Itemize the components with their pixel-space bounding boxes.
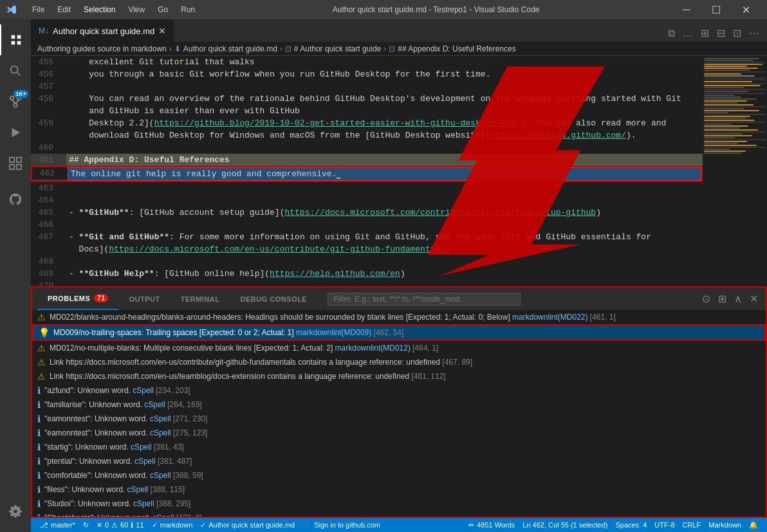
maximize-button[interactable]: ☐	[701, 0, 731, 19]
info-icon: ℹ	[37, 513, 41, 517]
panel-filter-area	[317, 293, 699, 306]
filter-icon[interactable]: ⊙	[699, 290, 713, 307]
list-item[interactable]: ℹ "eamonntest": Unknown word. cSpell [27…	[32, 412, 766, 426]
list-item[interactable]: ⚠ MD012/no-multiple-blanks: Multiple con…	[32, 341, 766, 355]
line-ending-item[interactable]: CRLF	[679, 518, 705, 532]
notifications-item[interactable]: 🔔	[745, 518, 762, 532]
spaces-item[interactable]: Spaces: 4	[611, 518, 651, 532]
list-item[interactable]: ℹ "startig": Unknown word. cSpell [381, …	[32, 440, 766, 454]
vscode-logo-icon	[6, 5, 17, 15]
editor-tab-main[interactable]: M↓ Author quick start guide.md ✕	[31, 19, 174, 42]
editor-content: 455 excellent Git tutorial that walks 45…	[31, 56, 767, 286]
panel-content[interactable]: ⚠ MD022/blanks-around-headings/blanks-ar…	[32, 310, 766, 517]
list-item[interactable]: ℹ "Cheatsheets": Unknown word. cSpell [4…	[32, 511, 766, 517]
menu-view[interactable]: View	[123, 4, 150, 15]
minimap-content	[703, 56, 767, 155]
panel-collapse-icon[interactable]: ∧	[732, 290, 744, 307]
encoding-item[interactable]: UTF-8	[651, 518, 678, 532]
menu-edit[interactable]: Edit	[52, 4, 76, 15]
svg-rect-15	[17, 165, 21, 169]
table-row: 459 Desktop 2.2](https://github.blog/201…	[31, 117, 703, 129]
git-branch-item[interactable]: ⎇ master*	[36, 518, 79, 532]
language-status-item[interactable]: ✓ markdown	[148, 518, 197, 532]
panel-maximize-icon[interactable]: ⊞	[716, 290, 729, 307]
close-button[interactable]: ✕	[731, 0, 761, 19]
tab-bar: M↓ Author quick start guide.md ✕ ⧉ … ⊞ ⊟…	[31, 19, 767, 42]
list-item[interactable]: ⚠ Link https://docs.microsoft.com/en-us/…	[32, 355, 766, 369]
word-count-item[interactable]: ✏ 4851 Words	[465, 518, 519, 532]
table-row: 466	[31, 219, 703, 231]
panel-tab-debug-console[interactable]: DEBUG CONSOLE	[230, 288, 318, 310]
list-item[interactable]: ℹ "familiarise": Unknown word. cSpell [2…	[32, 398, 766, 412]
list-item[interactable]: ℹ "comfortable": Unknown word. cSpell [3…	[32, 468, 766, 482]
panel-tab-terminal[interactable]: TERMINAL	[171, 288, 230, 310]
cursor-position-item[interactable]: Ln 462, Col 55 (1 selected)	[519, 518, 611, 532]
warning-icon: ⚠	[37, 357, 46, 367]
split-editor-icon[interactable]: ⧉	[665, 25, 678, 42]
panel-tab-label-terminal: TERMINAL	[181, 295, 220, 303]
tab-actions: ⧉ … ⊞ ⊟ ⊡ ⋯	[665, 24, 767, 42]
more-icon[interactable]: ⋯	[746, 24, 762, 42]
breadcrumb-part-1[interactable]: Authoring guides source in markdown	[37, 44, 167, 53]
panel-icon[interactable]: ⊡	[730, 24, 744, 42]
breadcrumb-part-2[interactable]: Author quick start guide.md	[183, 44, 277, 53]
language-file-item[interactable]: ✓ Author quick start guide.md	[196, 518, 299, 532]
warning-icon: ⚠	[37, 312, 46, 322]
panel-tab-label-output: OUTPUT	[129, 295, 160, 303]
list-item[interactable]: ⚠ MD022/blanks-around-headings/blanks-ar…	[32, 310, 766, 324]
list-item[interactable]: ℹ "eamonntest": Unknown word. cSpell [27…	[32, 426, 766, 440]
language-mode-item[interactable]: Markdown	[705, 518, 745, 532]
table-row: and GitHub is easier than ever with GitH…	[31, 105, 703, 117]
menu-go[interactable]: Go	[152, 4, 173, 15]
sidebar-item-github[interactable]	[0, 184, 31, 215]
list-item[interactable]: ℹ "filess": Unknown word. cSpell [388, 1…	[32, 482, 766, 497]
menu-selection[interactable]: Selection	[79, 4, 120, 15]
code-lines: 455 excellent Git tutorial that walks 45…	[31, 56, 703, 286]
tab-file-icon: M↓	[39, 26, 49, 35]
table-row: 458 You can read an overview of the rati…	[31, 93, 703, 105]
table-row: 469 - **GitHub Help**: [GitHub online he…	[31, 268, 703, 280]
status-bar: ⎇ master* ↻ ✕ 0 ⚠ 60 ℹ 11 ✓ markdown ✓ A…	[31, 518, 767, 532]
more-actions-icon[interactable]: …	[680, 25, 696, 42]
code-editor[interactable]: 455 excellent Git tutorial that walks 45…	[31, 56, 703, 286]
title-bar-left: File Edit Selection View Go Run	[6, 4, 200, 15]
breadcrumb-icon-2: ⊡	[285, 44, 291, 53]
infos-count: 11	[136, 521, 143, 529]
panel-close-icon[interactable]: ✕	[747, 290, 761, 307]
sign-in-item[interactable]: 👤 Sign in to github.com	[299, 518, 384, 532]
info-icon: ℹ	[37, 428, 41, 438]
menu-run[interactable]: Run	[176, 4, 200, 15]
sidebar-item-extensions[interactable]	[0, 148, 31, 179]
editor-layout-icon[interactable]: ⊞	[698, 24, 712, 42]
svg-rect-14	[10, 165, 14, 169]
menu-file[interactable]: File	[27, 4, 50, 15]
panel-tab-output[interactable]: OUTPUT	[118, 288, 170, 310]
warning-icon: ⚠	[111, 521, 118, 529]
breadcrumb-part-3[interactable]: # Author quick start guide	[294, 44, 381, 53]
panel-filter-input[interactable]	[328, 293, 521, 306]
table-row: download GitHub Desktop for Windows and …	[31, 129, 703, 142]
errors-item[interactable]: ✕ 0 ⚠ 60 ℹ 11	[93, 518, 148, 532]
list-item[interactable]: ⚠ Link https://docs.microsoft.com/en-us/…	[32, 369, 766, 383]
svg-point-8	[14, 104, 17, 107]
settings-button[interactable]	[0, 496, 31, 527]
sidebar-item-run[interactable]	[0, 117, 31, 148]
sidebar-toggle-icon[interactable]: ⊟	[714, 24, 728, 42]
sidebar-item-source-control[interactable]: 1K+	[0, 86, 31, 117]
breadcrumb-part-4[interactable]: ## Appendix D: Useful References	[398, 44, 515, 53]
minimize-button[interactable]: ─	[672, 0, 701, 19]
tab-close-icon[interactable]: ✕	[158, 26, 166, 36]
window-controls: ─ ☐ ✕	[672, 0, 761, 19]
list-item[interactable]: ℹ "azfund": Unknown word. cSpell [234, 2…	[32, 383, 766, 398]
sync-icon: ↻	[83, 521, 89, 529]
info-icon: ℹ	[37, 470, 41, 481]
svg-point-6	[10, 96, 14, 100]
list-item[interactable]: ℹ "Studioi": Unknown word. cSpell [388, …	[32, 497, 766, 511]
list-item[interactable]: 💡 MD009/no-trailing-spaces: Trailing spa…	[32, 324, 766, 341]
list-item[interactable]: ℹ "ptential": Unknown word. cSpell [381,…	[32, 454, 766, 468]
sidebar-item-search[interactable]	[0, 55, 31, 86]
sync-item[interactable]: ↻	[79, 518, 93, 532]
panel-tab-problems[interactable]: PROBLEMS 71	[37, 288, 118, 310]
sidebar-item-explorer[interactable]	[0, 24, 31, 55]
svg-point-4	[11, 66, 18, 73]
